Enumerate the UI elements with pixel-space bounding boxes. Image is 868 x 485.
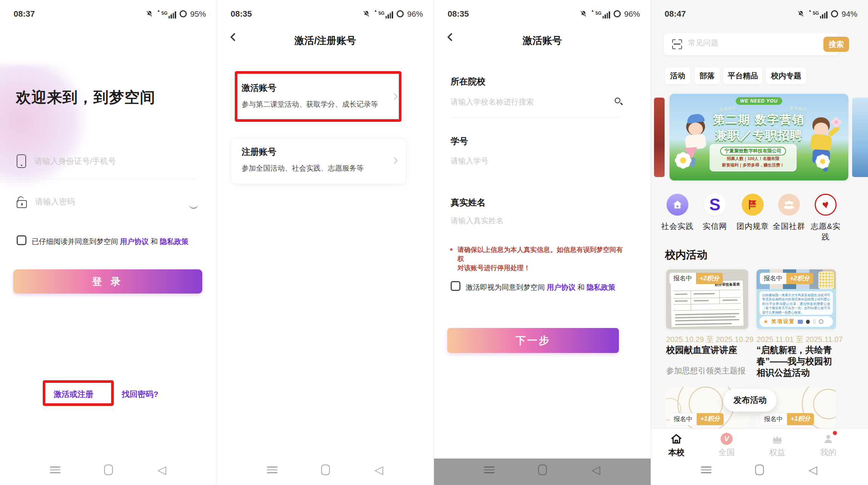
activity-date: 2025.10.29 至 2025.10.29 — [666, 334, 753, 345]
banner-boy-character — [803, 117, 839, 174]
user-agreement-link[interactable]: 用户协议 — [547, 283, 575, 291]
activity-title[interactable]: 校园献血宣讲讲座 — [666, 344, 749, 356]
quicklink-social-practice[interactable]: 社会实践 — [659, 194, 696, 232]
home-button[interactable] — [321, 465, 330, 475]
recruitment-banner[interactable]: WE NEED YOU 名额有限 多劳多得 第二期 数字营销 兼职／专职招聘 宁… — [670, 94, 848, 180]
tab-my-school[interactable]: 本校 — [659, 432, 693, 458]
carousel-next-banner[interactable] — [852, 98, 868, 177]
status-badge: 报名中 — [670, 413, 697, 425]
search-input[interactable] — [688, 39, 813, 47]
status-bar: 08:37 ▲5G 95% — [0, 0, 217, 21]
person-icon — [811, 432, 845, 445]
activity-card[interactable]: 以拍摄校园一角展示大学风景及校园生活或书写寄语及绘画明信片的形式将作品拍照上传到… — [756, 269, 836, 329]
activity-title[interactable]: “启航新程，共绘青春”——我与校园初相识公益活动 — [756, 344, 838, 378]
search-bar[interactable]: 搜索 — [664, 33, 839, 55]
back-button[interactable]: ◁ — [374, 465, 383, 475]
real-name-label: 真实姓名 — [451, 197, 485, 208]
quicklink-shixin-site[interactable]: S 实信网 — [696, 194, 734, 232]
next-step-button[interactable]: 下一步 — [447, 328, 619, 353]
activate-form-screen: 08:35 ▲5G 96% 激活账号 所在院校 学号 真实姓名 * 请确保以上信… — [434, 0, 651, 485]
agreement-text: 激活即视为同意到梦空间 用户协议 和 隐私政策 — [466, 283, 615, 292]
tab-campus-topics[interactable]: 校内专题 — [766, 67, 806, 84]
crown-icon — [760, 432, 794, 445]
notification-dot — [833, 431, 837, 435]
tab-activities[interactable]: 活动 — [665, 67, 690, 84]
publish-activity-button[interactable]: 发布活动 — [724, 389, 777, 412]
user-agreement-link[interactable]: 用户协议 — [120, 238, 149, 246]
school-input[interactable] — [451, 98, 602, 106]
student-id-label: 学号 — [451, 135, 468, 147]
agreement-checkbox[interactable] — [451, 281, 460, 291]
qr-code-block — [818, 272, 834, 289]
home-button[interactable] — [538, 465, 547, 475]
account-input[interactable] — [34, 157, 159, 166]
back-button[interactable]: ◁ — [591, 465, 600, 475]
carousel-prev-banner[interactable] — [654, 98, 665, 177]
android-navbar: ◁ — [0, 458, 217, 485]
pink-flower — [834, 120, 838, 124]
agreement-checkbox[interactable] — [17, 235, 26, 245]
signal-icon: ▲5G — [374, 9, 393, 19]
home-screen: 08:47 ▲5G 94% 搜索 活动 部落 平台精品 校内专题 WE NEED… — [651, 0, 868, 485]
signal-icon: ▲5G — [808, 9, 828, 19]
register-account-card[interactable]: 注册账号 参加全国活动、社会实践、志愿服务等 — [231, 138, 406, 184]
battery-icon — [831, 10, 838, 17]
battery-icon — [180, 10, 187, 17]
scan-qr-icon[interactable] — [672, 39, 682, 49]
clock: 08:35 — [231, 9, 252, 19]
card-title: 注册账号 — [242, 146, 276, 158]
quicklink-volunteer-practice[interactable]: ♥ 志愿&实践 — [807, 194, 845, 242]
battery-icon — [614, 10, 621, 17]
search-icon[interactable] — [615, 98, 620, 103]
points-badge: +1积分 — [787, 413, 814, 425]
forgot-password-link[interactable]: 找回密码? — [122, 389, 158, 400]
home-button[interactable] — [104, 465, 113, 475]
activity-card[interactable]: 积分审批备案表 报名中+2积分 — [666, 269, 748, 329]
back-button[interactable]: ◁ — [808, 465, 817, 475]
mute-icon — [363, 10, 370, 18]
home-button[interactable] — [755, 465, 764, 475]
tab-platform-featured[interactable]: 平台精品 — [724, 67, 762, 84]
tab-mine[interactable]: 我的 — [811, 432, 845, 458]
home-icon — [659, 432, 693, 445]
card-desc: 参与第二课堂活动、获取学分、成长记录等 — [242, 99, 378, 109]
search-button[interactable]: 搜索 — [823, 37, 849, 52]
android-navbar: ◁ — [651, 458, 868, 485]
account-row — [17, 154, 159, 168]
activate-register-screen: 08:35 ▲5G 96% 激活/注册账号 激活账号 参与第二课堂活动、获取学分… — [217, 0, 434, 485]
tab-national[interactable]: V 全国 — [710, 432, 744, 458]
status-badge: 报名中 — [670, 273, 696, 284]
school-label: 所在院校 — [451, 76, 485, 87]
recents-button[interactable] — [701, 465, 711, 475]
recents-button[interactable] — [50, 465, 60, 475]
privacy-policy-link[interactable]: 隐私政策 — [587, 283, 615, 291]
activity-desc: 参加思想引领类主题报 — [666, 365, 746, 376]
card-title: 激活账号 — [242, 82, 276, 94]
mute-icon — [146, 10, 153, 18]
password-row — [17, 195, 160, 208]
banner-company: 宁夏聚效数字科技有限公司 — [720, 147, 786, 155]
mute-icon — [797, 10, 805, 18]
app-tab-bar: 本校 V 全国 权益 我的 ◁ — [651, 428, 868, 485]
battery-percent: 95% — [190, 9, 206, 19]
clock: 08:35 — [448, 9, 469, 19]
password-input[interactable] — [35, 197, 160, 206]
login-button[interactable]: 登 录 — [13, 269, 202, 294]
eye-closed-icon[interactable] — [189, 204, 198, 209]
banner-info-line2: 薪资福利｜多劳多得，赚生活费！ — [710, 162, 796, 168]
back-button[interactable]: ◁ — [157, 465, 166, 475]
real-name-input[interactable] — [451, 216, 602, 225]
tab-tribes[interactable]: 部落 — [694, 67, 720, 84]
recents-button[interactable] — [484, 465, 494, 475]
privacy-policy-link[interactable]: 隐私政策 — [160, 238, 189, 246]
page-title: 激活账号 — [434, 34, 651, 47]
status-badge: 报名中 — [760, 273, 786, 284]
student-id-input[interactable] — [451, 157, 602, 165]
quicklink-national-community[interactable]: 全国社群 — [770, 194, 808, 232]
activate-account-card[interactable]: 激活账号 参与第二课堂活动、获取学分、成长记录等 — [231, 74, 406, 120]
activate-or-register-link[interactable]: 激活或注册 — [54, 389, 93, 400]
tab-benefits[interactable]: 权益 — [760, 432, 794, 458]
recents-button[interactable] — [267, 465, 277, 475]
chevron-right-icon — [391, 93, 398, 100]
quicklink-league-rules[interactable]: 团内规章 — [734, 194, 772, 232]
